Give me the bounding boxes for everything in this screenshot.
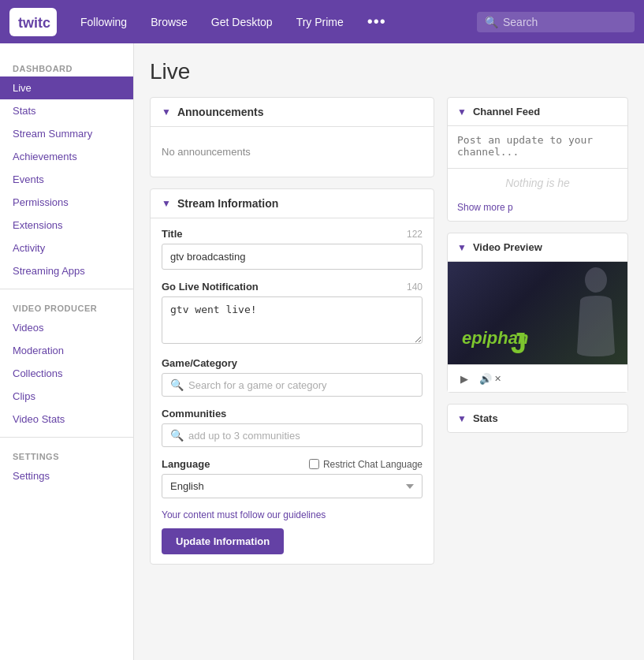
sidebar-item-live[interactable]: Live (0, 76, 133, 99)
main-content: Live ▼ Announcements No announcements (134, 43, 644, 660)
stream-info-header[interactable]: ▼ Stream Information (151, 189, 434, 218)
notification-label: Go Live Notification (162, 281, 259, 293)
sidebar-item-permissions[interactable]: Permissions (0, 191, 133, 214)
content-grid: ▼ Announcements No announcements ▼ Strea… (150, 97, 628, 576)
channel-feed-chevron-icon: ▼ (457, 106, 467, 117)
communities-label-row: Communities (162, 408, 423, 419)
svg-text:twitch: twitch (18, 15, 51, 31)
main-layout: Dashboard Live Stats Stream Summary Achi… (0, 43, 644, 660)
no-announcements-text: No announcements (162, 136, 423, 167)
communities-search-field[interactable]: 🔍 (162, 423, 423, 447)
top-nav: twitch Following Browse Get Desktop Try … (0, 0, 644, 43)
communities-search-input[interactable] (188, 430, 414, 442)
sidebar-item-collections[interactable]: Collections (0, 362, 133, 385)
stats-card: ▼ Stats (447, 404, 628, 433)
j-logo-icon: J (511, 330, 527, 358)
page-title: Live (150, 59, 628, 84)
sidebar-section-settings: Settings (0, 444, 133, 464)
sidebar-item-video-stats[interactable]: Video Stats (0, 408, 133, 431)
more-options-button[interactable]: ••• (361, 13, 393, 31)
title-char-count: 122 (407, 229, 423, 240)
communities-row: Communities 🔍 (162, 408, 423, 447)
stream-info-title: Stream Information (177, 197, 278, 210)
update-information-button[interactable]: Update Information (162, 528, 284, 554)
play-button[interactable]: ▶ (456, 370, 473, 387)
nothing-text: Nothing is he (496, 161, 579, 205)
sidebar-item-videos[interactable]: Videos (0, 316, 133, 339)
sidebar-divider-1 (0, 289, 133, 289)
title-row: Title 122 (162, 228, 423, 270)
svg-point-2 (585, 267, 607, 293)
sidebar-item-achievements[interactable]: Achievements (0, 145, 133, 168)
search-box: 🔍 (477, 12, 635, 32)
title-label: Title (162, 228, 183, 240)
restrict-chat-text: Restrict Chat Language (323, 459, 423, 470)
game-label: Game/Category (162, 357, 237, 369)
sidebar-item-extensions[interactable]: Extensions (0, 214, 133, 237)
sidebar-section-video-producer: Video Producer (0, 296, 133, 316)
sidebar-item-streaming-apps[interactable]: Streaming Apps (0, 259, 133, 282)
video-preview-header[interactable]: ▼ Video Preview (448, 233, 627, 262)
announcements-title: Announcements (177, 106, 264, 118)
sidebar-item-events[interactable]: Events (0, 168, 133, 191)
volume-button[interactable]: 🔊✕ (479, 373, 501, 385)
announcements-body: No announcements (151, 127, 434, 177)
video-preview-chevron-icon: ▼ (457, 242, 467, 253)
language-label: Language (162, 458, 210, 470)
volume-x-icon: ✕ (494, 374, 501, 384)
person-silhouette-icon (572, 266, 620, 360)
title-label-row: Title 122 (162, 228, 423, 240)
sidebar-item-settings[interactable]: Settings (0, 464, 133, 487)
sidebar-divider-2 (0, 437, 133, 438)
nav-try-prime[interactable]: Try Prime (287, 9, 353, 35)
title-input[interactable] (162, 244, 423, 270)
notification-row: Go Live Notification 140 gtv went live! (162, 281, 423, 346)
game-search-icon: 🔍 (170, 378, 184, 391)
communities-label: Communities (162, 408, 226, 419)
channel-feed-header[interactable]: ▼ Channel Feed (448, 98, 627, 126)
stats-title: Stats (473, 412, 498, 424)
sidebar-item-clips[interactable]: Clips (0, 385, 133, 408)
sidebar: Dashboard Live Stats Stream Summary Achi… (0, 43, 134, 660)
game-label-row: Game/Category (162, 357, 423, 369)
language-row: Language Restrict Chat Language English (162, 458, 423, 498)
stream-info-body: Title 122 Go Live Notification 140 gtv (151, 218, 434, 564)
video-preview-thumbnail: epiphan J (448, 262, 627, 364)
game-search-input[interactable] (188, 379, 414, 391)
announcements-header[interactable]: ▼ Announcements (151, 98, 434, 127)
announcements-chevron-icon: ▼ (162, 106, 171, 117)
notification-char-count: 140 (407, 282, 423, 293)
channel-feed-card: ▼ Channel Feed Nothing is he Show more p (447, 97, 628, 222)
video-preview-title: Video Preview (473, 241, 542, 253)
game-search-field[interactable]: 🔍 (162, 373, 423, 397)
guidelines-link[interactable]: Your content must follow our guidelines (162, 509, 423, 520)
video-preview-card: ▼ Video Preview epiphan J (447, 233, 628, 393)
channel-feed-input[interactable] (448, 126, 627, 166)
language-label-row: Language Restrict Chat Language (162, 458, 423, 470)
language-select[interactable]: English (162, 474, 423, 498)
restrict-chat-label[interactable]: Restrict Chat Language (309, 459, 423, 470)
notification-textarea[interactable]: gtv went live! (162, 296, 423, 344)
notification-label-row: Go Live Notification 140 (162, 281, 423, 293)
nav-following[interactable]: Following (71, 9, 136, 35)
sidebar-item-activity[interactable]: Activity (0, 237, 133, 259)
stats-chevron-icon: ▼ (457, 413, 467, 424)
communities-search-icon: 🔍 (170, 429, 184, 442)
sidebar-item-moderation[interactable]: Moderation (0, 339, 133, 362)
twitch-logo[interactable]: twitch (9, 8, 57, 36)
nav-get-desktop[interactable]: Get Desktop (202, 9, 282, 35)
search-icon: 🔍 (485, 16, 498, 28)
stream-info-card: ▼ Stream Information Title 122 (150, 188, 434, 565)
search-input[interactable] (503, 16, 613, 28)
nav-links: Following Browse Get Desktop Try Prime (71, 9, 353, 35)
video-controls: ▶ 🔊✕ (448, 364, 627, 392)
sidebar-item-stats[interactable]: Stats (0, 99, 133, 122)
nav-browse[interactable]: Browse (141, 9, 197, 35)
sidebar-item-stream-summary[interactable]: Stream Summary (0, 122, 133, 145)
stats-header[interactable]: ▼ Stats (448, 405, 627, 432)
sidebar-section-dashboard: Dashboard (0, 56, 133, 76)
announcements-card: ▼ Announcements No announcements (150, 97, 434, 177)
restrict-chat-checkbox[interactable] (309, 459, 319, 469)
stream-info-chevron-icon: ▼ (162, 198, 171, 209)
game-row: Game/Category 🔍 (162, 357, 423, 397)
